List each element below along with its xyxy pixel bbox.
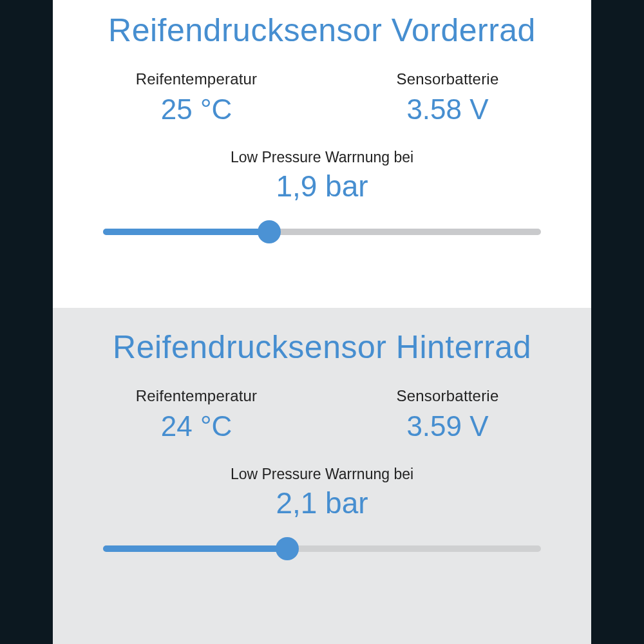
- rear-metrics-row: Reifentemperatur 24 °C Sensorbatterie 3.…: [71, 387, 573, 442]
- slider-track-fill: [103, 229, 269, 235]
- rear-wheel-panel: Reifendrucksensor Hinterrad Reifentemper…: [53, 308, 591, 644]
- rear-warning-label: Low Pressure Warrnung bei: [231, 466, 413, 483]
- front-pressure-slider[interactable]: [103, 220, 541, 243]
- front-temperature-value: 25 °C: [161, 93, 232, 126]
- front-warning-label: Low Pressure Warrnung bei: [231, 149, 413, 166]
- front-warning-value: 1,9 bar: [276, 169, 368, 204]
- rear-panel-title: Reifendrucksensor Hinterrad: [113, 330, 531, 365]
- front-wheel-panel: Reifendrucksensor Vorderrad Reifentemper…: [53, 0, 591, 308]
- slider-thumb[interactable]: [276, 537, 299, 560]
- rear-temperature-block: Reifentemperatur 24 °C: [113, 387, 280, 442]
- tpms-screen: Reifendrucksensor Vorderrad Reifentemper…: [53, 0, 591, 644]
- front-panel-title: Reifendrucksensor Vorderrad: [108, 13, 536, 48]
- slider-thumb[interactable]: [258, 220, 281, 243]
- rear-battery-label: Sensorbatterie: [397, 387, 499, 405]
- front-temperature-label: Reifentemperatur: [136, 70, 258, 88]
- front-temperature-block: Reifentemperatur 25 °C: [113, 70, 280, 126]
- rear-pressure-slider[interactable]: [103, 537, 541, 560]
- rear-temperature-label: Reifentemperatur: [136, 387, 258, 405]
- front-battery-block: Sensorbatterie 3.58 V: [364, 70, 531, 126]
- rear-warning-block: Low Pressure Warrnung bei 2,1 bar: [71, 466, 573, 560]
- rear-battery-value: 3.59 V: [406, 410, 488, 442]
- front-battery-label: Sensorbatterie: [397, 70, 499, 88]
- front-battery-value: 3.58 V: [406, 93, 488, 126]
- rear-battery-block: Sensorbatterie 3.59 V: [364, 387, 531, 442]
- front-metrics-row: Reifentemperatur 25 °C Sensorbatterie 3.…: [71, 70, 573, 126]
- rear-temperature-value: 24 °C: [161, 410, 232, 442]
- rear-warning-value: 2,1 bar: [276, 486, 368, 520]
- slider-track-fill: [103, 545, 287, 552]
- front-warning-block: Low Pressure Warrnung bei 1,9 bar: [71, 149, 573, 243]
